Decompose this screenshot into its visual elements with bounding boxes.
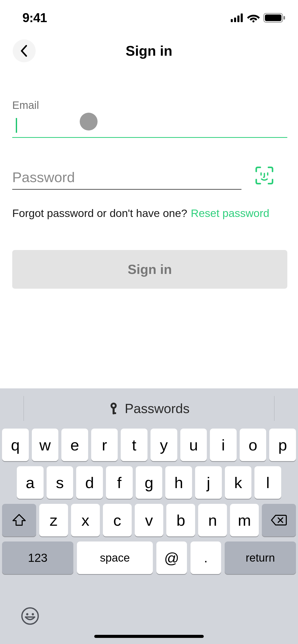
emoji-key[interactable] — [21, 607, 41, 627]
keyboard-suggestion-bar: Passwords — [0, 388, 298, 429]
keyboard-row-1: qwertyuiop — [2, 429, 296, 461]
back-button[interactable] — [13, 39, 36, 62]
key-x[interactable]: x — [71, 504, 100, 536]
page-title: Sign in — [126, 43, 172, 59]
key-k[interactable]: k — [225, 466, 252, 499]
svg-rect-0 — [231, 19, 233, 22]
key-q[interactable]: q — [2, 429, 29, 461]
header: Sign in — [0, 38, 298, 64]
key-i[interactable]: i — [210, 429, 237, 461]
svg-rect-3 — [241, 13, 243, 22]
svg-rect-6 — [265, 14, 281, 21]
email-field[interactable] — [12, 114, 287, 137]
emoji-icon — [21, 607, 39, 625]
shift-key[interactable] — [2, 504, 36, 536]
status-indicators — [231, 13, 285, 23]
suggestion-separator — [23, 396, 24, 421]
signin-button[interactable]: Sign in — [12, 250, 287, 289]
svg-point-11 — [112, 404, 115, 407]
numbers-key[interactable]: 123 — [2, 541, 73, 574]
key-icon — [109, 402, 119, 415]
keyboard-row-2: asdfghjkl — [2, 466, 296, 499]
key-y[interactable]: y — [151, 429, 177, 461]
svg-rect-2 — [237, 16, 239, 22]
backspace-key[interactable] — [262, 504, 296, 536]
key-s[interactable]: s — [47, 466, 73, 499]
keyboard-bottom-bar — [0, 603, 298, 644]
faceid-icon — [255, 166, 274, 185]
reset-password-link[interactable]: Reset password — [191, 207, 269, 219]
faceid-button[interactable] — [254, 165, 275, 186]
key-r[interactable]: r — [91, 429, 118, 461]
key-m[interactable]: m — [230, 504, 259, 536]
key-p[interactable]: p — [269, 429, 296, 461]
key-d[interactable]: d — [76, 466, 103, 499]
key-j[interactable]: j — [195, 466, 222, 499]
status-bar: 9:41 — [0, 0, 298, 31]
key-f[interactable]: f — [106, 466, 133, 499]
return-key[interactable]: return — [225, 541, 296, 574]
keyboard-row-4: 123 space @ . return — [2, 541, 296, 574]
key-u[interactable]: u — [180, 429, 207, 461]
password-field[interactable] — [12, 166, 241, 189]
key-h[interactable]: h — [165, 466, 192, 499]
key-a[interactable]: a — [17, 466, 44, 499]
passwords-suggestion-label: Passwords — [125, 401, 189, 416]
suggestion-separator — [274, 396, 275, 421]
svg-rect-7 — [283, 16, 285, 20]
space-key[interactable]: space — [77, 541, 153, 574]
password-field-wrap: Password — [12, 166, 241, 190]
forgot-text: Forgot password or don't have one? — [12, 207, 187, 219]
svg-point-18 — [32, 613, 34, 616]
key-v[interactable]: v — [135, 504, 164, 536]
svg-point-4 — [252, 20, 254, 22]
status-time: 9:41 — [22, 10, 47, 25]
wifi-icon — [247, 13, 260, 22]
svg-point-16 — [22, 608, 38, 624]
backspace-icon — [270, 514, 287, 526]
at-key[interactable]: @ — [156, 541, 187, 574]
email-label: Email — [12, 99, 287, 111]
text-cursor — [16, 118, 17, 133]
touch-indicator — [80, 113, 98, 130]
svg-point-17 — [26, 613, 29, 616]
shift-icon — [12, 514, 26, 527]
svg-rect-13 — [113, 412, 116, 414]
key-t[interactable]: t — [121, 429, 147, 461]
key-b[interactable]: b — [166, 504, 195, 536]
key-n[interactable]: n — [198, 504, 227, 536]
key-e[interactable]: e — [61, 429, 88, 461]
key-l[interactable]: l — [254, 466, 281, 499]
key-o[interactable]: o — [240, 429, 266, 461]
home-indicator[interactable] — [94, 635, 204, 638]
passwords-suggestion[interactable]: Passwords — [109, 401, 189, 416]
battery-icon — [263, 13, 285, 23]
key-w[interactable]: w — [32, 429, 59, 461]
keyboard-row-3: zxcvbnm — [2, 504, 296, 536]
signin-button-label: Sign in — [128, 262, 172, 277]
dot-key[interactable]: . — [191, 541, 221, 574]
key-g[interactable]: g — [136, 466, 162, 499]
keyboard: Passwords qwertyuiop asdfghjkl zxcvbnm 1… — [0, 388, 298, 644]
cellular-icon — [231, 13, 243, 22]
key-z[interactable]: z — [39, 504, 68, 536]
chevron-left-icon — [20, 45, 29, 57]
key-c[interactable]: c — [103, 504, 132, 536]
forgot-row: Forgot password or don't have one? Reset… — [12, 207, 287, 219]
svg-rect-1 — [234, 18, 236, 22]
signin-form: Email Password Forgot passw — [12, 99, 287, 289]
email-field-wrap — [12, 114, 287, 138]
